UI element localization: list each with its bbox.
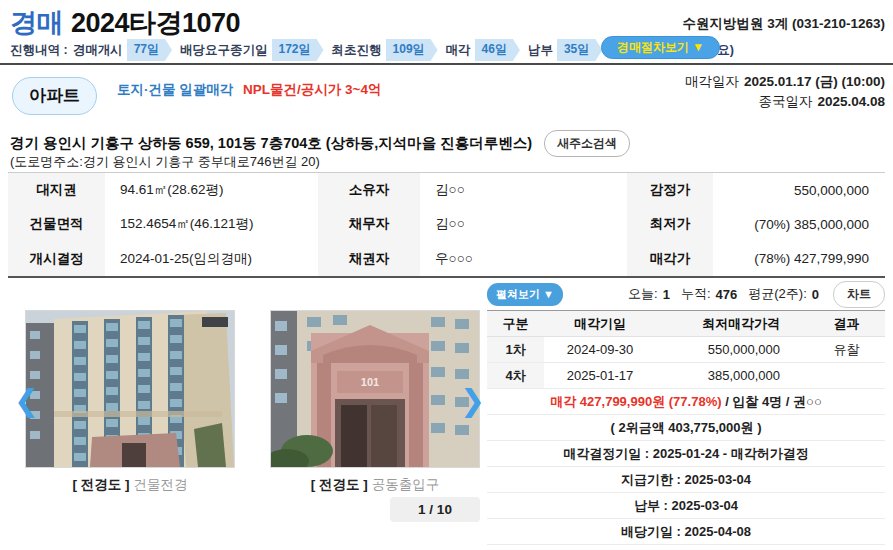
procedure-view-button[interactable]: 경매절차보기 ▼ [601, 36, 720, 59]
photo-caption-tag: [ 전경도 ] [73, 477, 130, 492]
step-label: 납부 [528, 42, 553, 59]
today-count: 1 [663, 287, 670, 302]
visit-stats: 오늘:1 누적:476 평균(2주):0 [628, 285, 825, 303]
photo-pager: 1 / 10 [390, 497, 480, 522]
info-value-debtor: 김○○ [420, 207, 627, 241]
photo-caption-label: 건물전경 [134, 477, 188, 492]
chevron-left-icon[interactable]: ❮ [14, 386, 39, 416]
property-photo-entrance[interactable]: 101 [270, 310, 480, 468]
total-count: 476 [716, 287, 738, 302]
building-exterior-illustration [26, 311, 234, 467]
case-number: 2024타경1070 [71, 8, 240, 38]
payment-row: 납부 : 2025-03-04 [487, 493, 885, 519]
second-bid-row: ( 2위금액 403,775,000원 ) [487, 415, 885, 441]
sold-result-row: 매각 427,799,990원 (77.78%) / 입찰 4명 / 권○○ [487, 389, 885, 415]
decision-text: 매각결정기일 : 2025-01-24 - 매각허가결정 [487, 441, 885, 467]
auction-detail-page: 경매2024타경1070 수원지방법원 3계 (031-210-1263) 진행… [0, 0, 893, 550]
photo-caption-label: 공동출입구 [372, 477, 440, 492]
info-value-creditor: 우○○○ [420, 242, 627, 276]
step-days-tag: 77일 [127, 39, 172, 61]
dividend-text: 배당기일 : 2025-04-08 [487, 519, 885, 545]
info-value-building-area: 152.4654㎡(46.121평) [105, 207, 318, 241]
col-header-result: 결과 [808, 311, 885, 337]
step-label: 최초진행 [332, 42, 382, 59]
page-title: 경매2024타경1070 [10, 5, 240, 41]
payment-text: 납부 : 2025-03-04 [487, 493, 885, 519]
sale-result: 유찰 [808, 337, 885, 363]
entrance-sign-number: 101 [361, 376, 379, 388]
chart-button[interactable]: 차트 [833, 281, 885, 308]
sold-bidders-text: / 입찰 4명 / 권○○ [722, 394, 822, 409]
chevron-right-icon[interactable]: ❯ [460, 386, 485, 416]
step-days-tag: 109일 [386, 39, 438, 61]
close-date-row: 종국일자2025.04.08 [685, 92, 885, 112]
col-header-date: 매각기일 [544, 311, 656, 337]
header-divider [0, 63, 893, 65]
sale-row-1: 1차 2024-09-30 550,000,000 유찰 [487, 337, 885, 363]
sale-round: 1차 [487, 337, 544, 363]
sold-amount-text: 매각 427,799,990원 (77.78%) [550, 394, 721, 409]
step-label: 배당요구종기일 [180, 42, 268, 59]
avg-label: 평균(2주): [748, 285, 807, 303]
second-bid-text: ( 2위금액 403,775,000원 ) [487, 415, 885, 441]
property-info-table: 대지권 94.61㎡(28.62평) 소유자 김○○ 감정가 550,000,0… [8, 172, 885, 278]
property-type-badge: 아파트 [12, 77, 97, 115]
info-value-start-decision: 2024-01-25(임의경매) [105, 242, 318, 276]
payment-due-text: 지급기한 : 2025-03-04 [487, 467, 885, 493]
info-label: 개시결정 [8, 242, 105, 276]
sale-date-value: 2025.01.17 (금) (10:00) [744, 74, 885, 89]
sale-date-label: 매각일자 [685, 74, 739, 89]
address-main: 경기 용인시 기흥구 상하동 659, 101동 7층704호 (상하동,지석마… [10, 134, 532, 153]
close-date-value: 2025.04.08 [817, 94, 885, 109]
dividend-row: 배당기일 : 2025-04-08 [487, 519, 885, 545]
step-label: 매각 [446, 42, 471, 59]
sale-round: 4차 [487, 363, 544, 389]
step-label: 경매개시 [73, 42, 123, 59]
sale-price: 385,000,000 [656, 363, 808, 389]
info-value-appraisal: 550,000,000 [713, 173, 885, 207]
close-date-label: 종국일자 [758, 94, 812, 109]
info-label: 채권자 [318, 242, 420, 276]
step-days-tag: 35일 [557, 39, 602, 61]
info-value-min-price: (70%) 385,000,000 [713, 207, 885, 241]
sale-history-toolbar: 펼쳐보기 ▼ 오늘:1 누적:476 평균(2주):0 차트 [487, 282, 885, 306]
step-days-tag: 172일 [272, 39, 324, 61]
progress-step-start: 경매개시 77일 [73, 39, 175, 61]
col-header-price: 최저매각가격 [656, 311, 808, 337]
progress-step-payment: 납부 35일 [528, 39, 605, 61]
progress-step-demand: 배당요구종기일 172일 [180, 39, 327, 61]
step-days-tag: 46일 [475, 39, 520, 61]
info-label: 매각가 [627, 242, 713, 276]
avg-count: 0 [812, 287, 819, 302]
sale-type-line: 토지·건물 일괄매각 NPL물건/공시가 3~4억 [117, 81, 381, 99]
info-value-land-area: 94.61㎡(28.62평) [105, 173, 318, 207]
photo-caption: [ 전경도 ]건물전경 [25, 476, 235, 494]
info-label: 건물면적 [8, 207, 105, 241]
sale-table-header-row: 구분 매각기일 최저매각가격 결과 [487, 311, 885, 337]
sale-price: 550,000,000 [656, 337, 808, 363]
decision-row: 매각결정기일 : 2025-01-24 - 매각허가결정 [487, 441, 885, 467]
property-photo-building[interactable] [25, 310, 235, 468]
total-label: 누적: [681, 285, 711, 303]
info-value-owner: 김○○ [420, 173, 627, 207]
sale-date: 2025-01-17 [544, 363, 656, 389]
court-info: 수원지방법원 3계 (031-210-1263) [682, 15, 885, 33]
sale-date: 2024-09-30 [544, 337, 656, 363]
sale-history-table: 구분 매각기일 최저매각가격 결과 1차 2024-09-30 550,000,… [487, 310, 885, 545]
info-label: 감정가 [627, 173, 713, 207]
key-dates-block: 매각일자2025.01.17 (금) (10:00) 종국일자2025.04.0… [685, 72, 885, 112]
sale-row-2: 4차 2025-01-17 385,000,000 [487, 363, 885, 389]
progress-step-first: 최초진행 109일 [332, 39, 441, 61]
info-label: 채무자 [318, 207, 420, 241]
sale-result [808, 363, 885, 389]
expand-view-button[interactable]: 펼쳐보기 ▼ [487, 283, 563, 306]
sale-date-row: 매각일자2025.01.17 (금) (10:00) [685, 72, 885, 92]
new-address-search-button[interactable]: 새주소검색 [544, 130, 630, 157]
entrance-illustration: 101 [271, 311, 479, 467]
photo-caption-tag: [ 전경도 ] [311, 477, 368, 492]
info-label: 소유자 [318, 173, 420, 207]
sale-type-label: 토지·건물 일괄매각 [117, 82, 233, 97]
address-road: (도로명주소:경기 용인시 기흥구 중부대로746번길 20) [10, 153, 320, 171]
npl-note-label: NPL물건/공시가 3~4억 [243, 82, 381, 97]
progress-label: 진행내역 : [10, 42, 68, 59]
